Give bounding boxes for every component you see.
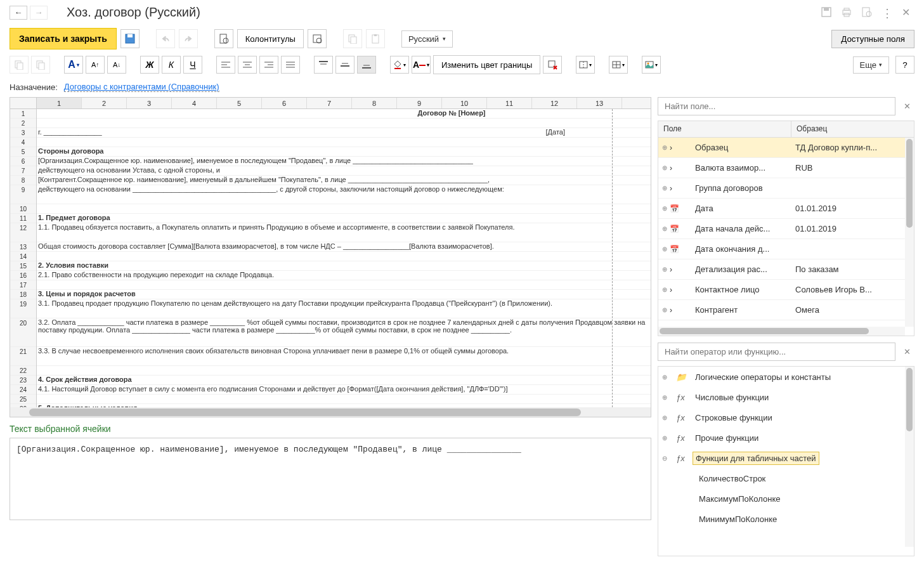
valign-bottom-button[interactable]: [357, 56, 376, 74]
nav-forward-button[interactable]: →: [30, 6, 48, 20]
sheet-hscroll[interactable]: [10, 407, 651, 417]
font-color-button[interactable]: A: [64, 56, 83, 74]
cell[interactable]: [37, 119, 651, 128]
page-preview-button[interactable]: [214, 29, 233, 48]
cell[interactable]: [37, 138, 651, 147]
assignment-link[interactable]: Договоры с контрагентами (Справочник): [64, 82, 219, 92]
row-header[interactable]: 18: [10, 290, 36, 299]
row-header[interactable]: 15: [10, 261, 36, 271]
col-header[interactable]: 8: [352, 98, 397, 108]
col-header[interactable]: 13: [577, 98, 622, 108]
row-header[interactable]: 25: [10, 395, 36, 404]
merge-cells-button[interactable]: [576, 56, 595, 74]
fields-col-sample[interactable]: Образец: [791, 121, 914, 137]
preview-icon[interactable]: [861, 6, 874, 19]
row-header[interactable]: 13: [10, 242, 36, 252]
field-row[interactable]: ⊕›ОбразецТД Договор купли-п...: [658, 138, 914, 158]
col-header[interactable]: 11: [487, 98, 532, 108]
row-header[interactable]: 2: [10, 119, 36, 128]
row-header[interactable]: 17: [10, 280, 36, 290]
cell[interactable]: [Контрагент.Сокращенное юр. наименование…: [37, 176, 651, 185]
bg-color-button[interactable]: [390, 56, 409, 74]
cell[interactable]: 3.1. Продавец продает продукцию Покупате…: [37, 299, 651, 318]
row-header[interactable]: 8: [10, 176, 36, 185]
cell[interactable]: [37, 252, 651, 261]
clear-format-button[interactable]: [543, 56, 562, 74]
row-header[interactable]: 16: [10, 271, 36, 280]
more-dropdown[interactable]: Еще▾: [853, 56, 889, 74]
field-row[interactable]: ⊕›КонтрагентОмега: [658, 300, 914, 320]
col-header[interactable]: 1: [37, 98, 82, 108]
align-right-button[interactable]: [259, 56, 278, 74]
cell[interactable]: Общая стоимость договора составляет [Сум…: [37, 242, 651, 252]
row-header[interactable]: 23: [10, 376, 36, 385]
row-header[interactable]: 24: [10, 385, 36, 395]
row-header[interactable]: 4: [10, 138, 36, 147]
col-header[interactable]: 12: [532, 98, 577, 108]
paste-button[interactable]: [366, 29, 385, 48]
selected-cell-text[interactable]: [Организация.Сокращенное юр. наименовани…: [10, 438, 651, 520]
text-color-button[interactable]: A: [412, 56, 431, 74]
close-icon[interactable]: ✕: [902, 6, 914, 19]
row-header[interactable]: 11: [10, 214, 36, 223]
bold-button[interactable]: Ж: [140, 56, 159, 74]
nav-back-button[interactable]: ←: [10, 6, 27, 20]
cell[interactable]: [37, 204, 651, 214]
font-increase-button[interactable]: A↑: [86, 56, 105, 74]
field-row[interactable]: ⊕›Группа договоров: [658, 178, 914, 199]
headers-footers-button[interactable]: Колонтитулы: [237, 29, 304, 48]
col-header[interactable]: 4: [172, 98, 217, 108]
row-header[interactable]: 9: [10, 185, 36, 204]
cell[interactable]: [37, 366, 651, 376]
field-row[interactable]: ⊕›Детализация рас...По заказам: [658, 259, 914, 280]
row-header[interactable]: 10: [10, 204, 36, 214]
fields-vscroll[interactable]: [905, 138, 914, 327]
row-header[interactable]: 3: [10, 128, 36, 138]
row-header[interactable]: 20: [10, 318, 36, 347]
field-row[interactable]: ⊕›Контактное лицоСоловьев Игорь В...: [658, 280, 914, 300]
row-header[interactable]: 7: [10, 166, 36, 176]
available-fields-button[interactable]: Доступные поля: [831, 30, 914, 48]
page-setup-button[interactable]: [308, 29, 327, 48]
align-left-button[interactable]: [216, 56, 235, 74]
cell[interactable]: 3.3. В случае несвоевременного исполнени…: [37, 347, 651, 366]
cell[interactable]: г. _______________[Дата]: [37, 128, 651, 138]
redo-button[interactable]: [179, 29, 198, 48]
cell[interactable]: 4.1. Настоящий Договор вступает в силу с…: [37, 385, 651, 395]
cell[interactable]: [37, 280, 651, 290]
cell[interactable]: 4. Срок действия договора: [37, 376, 651, 385]
cell[interactable]: Стороны договора: [37, 147, 651, 157]
field-row[interactable]: ⊕›Валюта взаимор...RUB: [658, 158, 914, 178]
cell[interactable]: 2.1. Право собственности на продукцию пе…: [37, 271, 651, 280]
cell[interactable]: действующего на основании Устава, с одно…: [37, 166, 651, 176]
align-center-button[interactable]: [238, 56, 257, 74]
undo-button[interactable]: [156, 29, 175, 48]
more-menu-icon[interactable]: ⋮: [882, 6, 894, 19]
paste-format-button[interactable]: [31, 56, 50, 74]
func-search-clear[interactable]: ✕: [899, 343, 914, 361]
col-header[interactable]: 7: [307, 98, 352, 108]
func-item[interactable]: МаксимумПоКолонке: [658, 488, 914, 509]
borders-button[interactable]: [609, 56, 628, 74]
font-decrease-button[interactable]: A↓: [107, 56, 126, 74]
func-category[interactable]: ⊕ƒxЧисловые функции: [658, 387, 914, 407]
print-icon[interactable]: [841, 6, 854, 19]
save-and-close-button[interactable]: Записать и закрыть: [10, 28, 117, 49]
cell[interactable]: 3.2. Оплата ____________ части платежа в…: [37, 318, 651, 347]
funcs-vscroll[interactable]: [905, 367, 914, 547]
col-header[interactable]: 3: [127, 98, 172, 108]
cell[interactable]: Договор № [Номер]: [37, 109, 651, 119]
col-header[interactable]: 6: [262, 98, 307, 108]
cell[interactable]: 2. Условия поставки: [37, 261, 651, 271]
cell[interactable]: 1.1. Продавец обязуется поставить, а Пок…: [37, 223, 651, 242]
row-header[interactable]: 6: [10, 157, 36, 166]
func-category[interactable]: ⊕ƒxПрочие функции: [658, 428, 914, 448]
row-header[interactable]: 22: [10, 366, 36, 376]
row-header[interactable]: 5: [10, 147, 36, 157]
sheet-corner[interactable]: [10, 98, 37, 108]
field-row[interactable]: ⊕📅Дата01.01.2019: [658, 199, 914, 219]
field-search-input[interactable]: [658, 97, 895, 115]
func-item[interactable]: КоличествоСтрок: [658, 468, 914, 488]
func-category[interactable]: ⊖ƒxФункции для табличных частей: [658, 448, 914, 468]
row-header[interactable]: 12: [10, 223, 36, 242]
